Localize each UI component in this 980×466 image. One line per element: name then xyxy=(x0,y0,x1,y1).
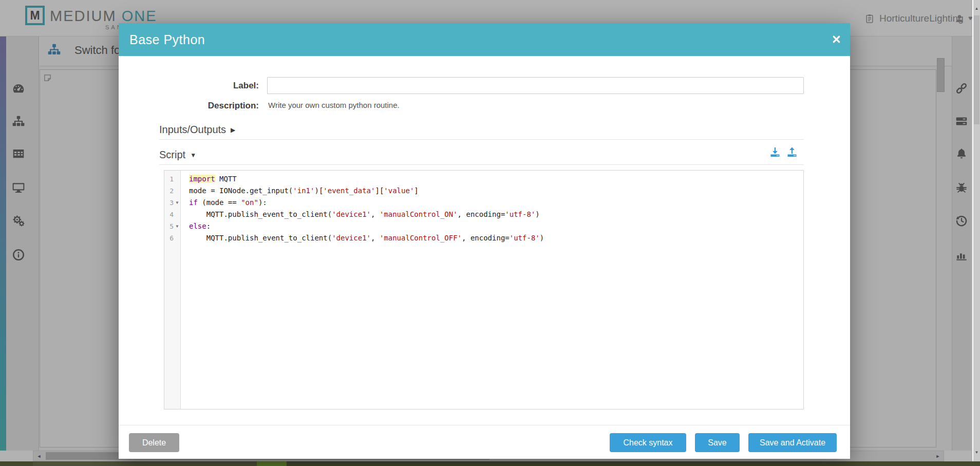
delete-button[interactable]: Delete xyxy=(129,433,179,452)
code-line: 4 MQTT.publish_event_to_client('device1'… xyxy=(164,209,803,220)
caret-down-icon: ▼ xyxy=(190,152,196,158)
download-icon[interactable] xyxy=(769,146,781,158)
fold-spacer xyxy=(174,173,181,185)
modal-title: Base Python xyxy=(129,23,205,56)
inputs-outputs-section-toggle[interactable]: Inputs/Outputs ▶ xyxy=(159,124,235,136)
description-caption: Description: xyxy=(129,99,259,113)
vertical-scrollbar-thumb[interactable] xyxy=(974,15,979,124)
base-python-modal: Base Python Label: Description: Write yo… xyxy=(119,23,850,459)
fold-caret-icon[interactable]: ▼ xyxy=(174,220,181,232)
scroll-down-icon[interactable]: ▼ xyxy=(973,448,980,456)
code-line: 6 MQTT.publish_event_to_client('device1'… xyxy=(164,232,803,244)
taskbar-segment xyxy=(33,461,257,466)
close-icon[interactable] xyxy=(832,34,841,44)
modal-header: Base Python xyxy=(119,23,850,56)
code-editor[interactable]: 1import MQTT2mode = IONode.get_input('in… xyxy=(164,170,804,409)
fold-caret-icon[interactable]: ▼ xyxy=(174,197,181,209)
line-number: 1 xyxy=(164,173,181,185)
line-number: 3▼ xyxy=(164,197,181,209)
code-text: MQTT.publish_event_to_client('device1', … xyxy=(181,209,540,220)
scroll-up-icon[interactable]: ▲ xyxy=(973,4,980,12)
description-text: Write your own custom python routine. xyxy=(268,101,400,109)
line-number: 2 xyxy=(164,185,181,197)
fold-spacer xyxy=(174,185,181,197)
code-text: mode = IONode.get_input('in1')['event_da… xyxy=(181,185,419,197)
code-text: import MQTT xyxy=(181,173,237,185)
script-actions xyxy=(769,146,798,158)
caret-right-icon: ▶ xyxy=(231,127,235,133)
code-text: else: xyxy=(181,220,211,232)
save-and-activate-button[interactable]: Save and Activate xyxy=(748,433,837,452)
code-text: MQTT.publish_event_to_client('device1', … xyxy=(181,232,544,244)
code-line: 5▼else: xyxy=(164,220,803,232)
line-number: 5▼ xyxy=(164,220,181,232)
inputs-outputs-label: Inputs/Outputs xyxy=(159,124,226,136)
label-caption: Label: xyxy=(129,77,259,94)
script-label: Script xyxy=(159,149,185,161)
browser-vertical-scrollbar[interactable]: ▲ ▼ xyxy=(972,0,980,461)
taskbar-segment-active xyxy=(257,461,287,466)
code-line: 2mode = IONode.get_input('in1')['event_d… xyxy=(164,185,803,197)
code-line: 1import MQTT xyxy=(164,173,803,185)
line-number: 4 xyxy=(164,209,181,220)
code-line: 3▼if (mode == "on"): xyxy=(164,197,803,209)
taskbar-strip xyxy=(0,461,980,466)
divider xyxy=(159,139,804,140)
divider xyxy=(159,164,804,165)
line-number: 6 xyxy=(164,232,181,244)
app-screen: M MEDIUM ONE SAN HorticultureLighting ▼ … xyxy=(0,0,980,466)
modal-footer: Delete Check syntax Save Save and Activa… xyxy=(119,425,850,459)
code-text: if (mode == "on"): xyxy=(181,197,267,209)
script-section-toggle[interactable]: Script ▼ xyxy=(159,149,196,161)
save-button[interactable]: Save xyxy=(695,433,740,452)
fold-spacer xyxy=(174,209,181,220)
label-input[interactable] xyxy=(267,77,804,94)
check-syntax-button[interactable]: Check syntax xyxy=(610,433,686,452)
upload-icon[interactable] xyxy=(786,146,798,158)
fold-spacer xyxy=(174,232,181,244)
